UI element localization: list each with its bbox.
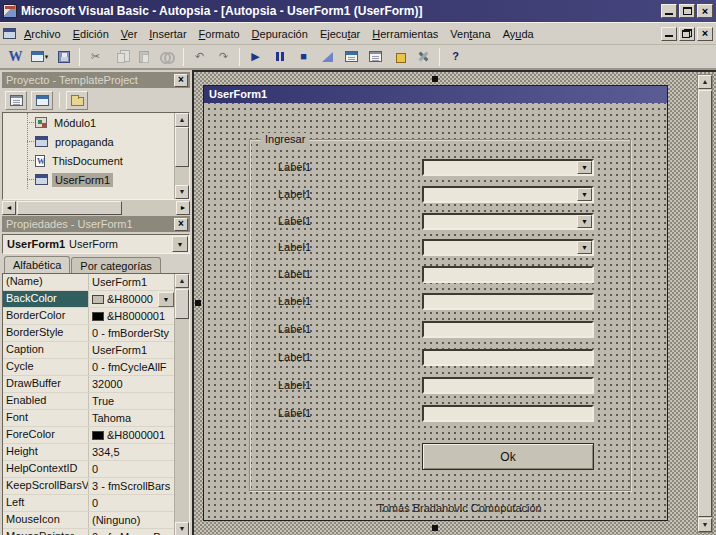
form-label[interactable]: Label1 — [278, 215, 311, 227]
property-row[interactable]: DrawBuffer32000 — [3, 376, 174, 393]
property-value[interactable]: 0 - fmCycleAllF — [89, 359, 174, 375]
property-value[interactable]: 0 - fmMousePo — [89, 529, 174, 535]
text-box[interactable] — [422, 293, 594, 310]
cut-button[interactable]: ✂ — [84, 46, 107, 68]
view-object-button[interactable] — [31, 91, 53, 110]
tab-por-categorias[interactable]: Por categorías — [71, 257, 161, 273]
scroll-down-icon[interactable]: ▼ — [175, 522, 189, 535]
form-label[interactable]: Label1 — [278, 241, 311, 253]
property-row[interactable]: MousePointer0 - fmMousePo — [3, 529, 174, 535]
combo-box[interactable]: ▼ — [422, 159, 594, 176]
property-value[interactable]: &H8000001 — [89, 427, 174, 443]
property-row[interactable]: MouseIcon(Ninguno) — [3, 512, 174, 529]
mdi-close-button[interactable]: × — [697, 27, 713, 41]
userform-body[interactable]: Ingresar Label1▼Label1▼Label1▼Label1▼Lab… — [204, 103, 667, 520]
scroll-left-icon[interactable]: ◄ — [2, 201, 16, 215]
text-box[interactable] — [422, 266, 594, 283]
form-label[interactable]: Label1 — [278, 351, 311, 363]
design-mode-button[interactable] — [316, 46, 339, 68]
property-value[interactable]: UserForm1 — [89, 342, 174, 358]
project-tree-vscrollbar[interactable]: ▲ ▼ — [174, 113, 189, 199]
menu-ejecutar[interactable]: Ejecutar — [314, 25, 366, 43]
ingresar-frame[interactable]: Ingresar Label1▼Label1▼Label1▼Label1▼Lab… — [249, 139, 631, 491]
ok-button[interactable]: Ok — [422, 443, 594, 470]
property-row[interactable]: BorderStyle0 - fmBorderSty — [3, 325, 174, 342]
property-value[interactable]: 3 - fmScrollBars — [89, 478, 174, 494]
form-label[interactable]: Label1 — [278, 161, 311, 173]
property-row[interactable]: EnabledTrue — [3, 393, 174, 410]
resize-handle-top[interactable] — [432, 76, 438, 82]
menu-ventana[interactable]: Ventana — [444, 25, 496, 43]
combo-box[interactable]: ▼ — [422, 213, 594, 230]
properties-close-button[interactable]: × — [174, 218, 188, 231]
resize-handle-bottom[interactable] — [432, 525, 438, 531]
maximize-button[interactable] — [679, 4, 695, 18]
text-box[interactable] — [422, 405, 594, 422]
close-button[interactable]: × — [697, 4, 713, 18]
property-row[interactable]: Height334,5 — [3, 444, 174, 461]
find-button[interactable] — [156, 46, 179, 68]
toggle-folders-button[interactable] — [66, 91, 88, 110]
minimize-button[interactable] — [661, 4, 677, 18]
tree-item-userform1[interactable]: UserForm1 — [3, 170, 189, 189]
resize-handle-left[interactable] — [195, 300, 201, 306]
userform-window[interactable]: UserForm1 Ingresar Label1▼Label1▼Label1▼… — [203, 85, 668, 521]
menu-insertar[interactable]: Insertar — [143, 25, 192, 43]
property-row[interactable]: KeepScrollBarsVis3 - fmScrollBars — [3, 478, 174, 495]
menu-herramientas[interactable]: Herramientas — [366, 25, 444, 43]
combo-dropdown-icon[interactable]: ▼ — [172, 236, 188, 252]
dropdown-chevron-icon[interactable]: ▾ — [45, 53, 49, 61]
scroll-down-icon[interactable]: ▼ — [698, 518, 712, 532]
tree-item-propaganda[interactable]: propaganda — [3, 132, 189, 151]
object-selector-combo[interactable]: UserForm1 UserForm ▼ — [2, 234, 190, 254]
property-row[interactable]: ForeColor&H8000001 — [3, 427, 174, 444]
text-box[interactable] — [422, 321, 594, 338]
mdi-restore-button[interactable] — [679, 27, 695, 41]
property-row[interactable]: HelpContextID0 — [3, 461, 174, 478]
designer-vscrollbar[interactable]: ▲ ▼ — [697, 74, 713, 533]
property-value[interactable]: 0 — [89, 495, 174, 511]
form-label[interactable]: Label1 — [278, 323, 311, 335]
property-row[interactable]: CaptionUserForm1 — [3, 342, 174, 359]
project-close-button[interactable]: × — [174, 74, 188, 87]
menu-ayuda[interactable]: Ayuda — [497, 25, 540, 43]
property-value[interactable]: (Ninguno) — [89, 512, 174, 528]
mdi-child-icon[interactable] — [3, 28, 16, 39]
scroll-up-icon[interactable]: ▲ — [175, 113, 189, 127]
property-row[interactable]: (Name)UserForm1 — [3, 274, 174, 291]
scroll-right-icon[interactable]: ► — [176, 201, 190, 215]
view-code-button[interactable] — [5, 91, 27, 110]
insert-userform-button[interactable]: ▾ — [28, 46, 51, 68]
property-value[interactable]: UserForm1 — [89, 274, 174, 290]
combo-dropdown-icon[interactable]: ▼ — [577, 161, 592, 174]
menu-depuracion[interactable]: Depuración — [246, 25, 314, 43]
scroll-up-icon[interactable]: ▲ — [698, 75, 712, 89]
scrollbar-thumb[interactable] — [698, 90, 712, 517]
property-value[interactable]: &H8000001 — [89, 308, 174, 324]
tab-alfabetica[interactable]: Alfabética — [4, 256, 70, 273]
scrollbar-thumb[interactable] — [175, 127, 189, 167]
form-label[interactable]: Label1 — [278, 188, 311, 200]
redo-button[interactable]: ↷ — [212, 46, 235, 68]
property-row[interactable]: FontTahoma — [3, 410, 174, 427]
property-value[interactable]: 0 — [89, 461, 174, 477]
combo-box[interactable]: ▼ — [422, 239, 594, 256]
menu-edicion[interactable]: Edición — [67, 25, 115, 43]
pause-button[interactable] — [268, 46, 291, 68]
property-grid-vscrollbar[interactable]: ▲ ▼ — [174, 274, 189, 535]
properties-window-button[interactable] — [364, 46, 387, 68]
toolbox-button[interactable] — [412, 46, 435, 68]
menu-archivo[interactable]: Archivo — [18, 25, 67, 43]
scrollbar-thumb[interactable] — [175, 289, 189, 319]
tree-item-thisdocument[interactable]: ThisDocument — [3, 151, 189, 170]
help-button[interactable]: ? — [444, 46, 467, 68]
menu-ver[interactable]: Ver — [115, 25, 144, 43]
stop-button[interactable]: ■ — [292, 46, 315, 68]
combo-dropdown-icon[interactable]: ▼ — [577, 188, 592, 201]
text-box[interactable] — [422, 377, 594, 394]
property-row[interactable]: BackColor&H80000▼ — [3, 291, 174, 308]
property-row[interactable]: Left0 — [3, 495, 174, 512]
project-tree-hscrollbar[interactable]: ◄ ► — [2, 200, 190, 216]
paste-button[interactable] — [132, 46, 155, 68]
scroll-up-icon[interactable]: ▲ — [175, 274, 189, 288]
